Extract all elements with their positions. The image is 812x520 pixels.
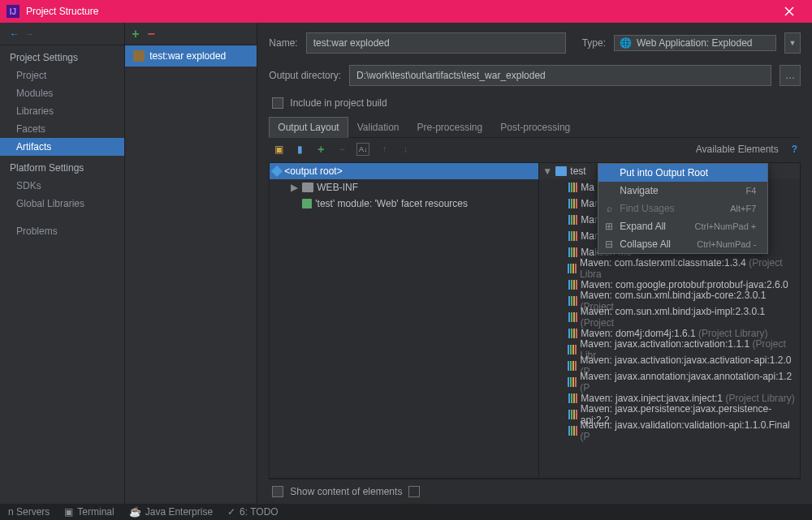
tree-row[interactable]: ▶WEB-INF (270, 179, 538, 196)
back-arrow-icon[interactable]: ← (10, 28, 19, 40)
remove-icon[interactable]: − (335, 143, 348, 156)
tab-pre-processing[interactable]: Pre-processing (408, 117, 492, 137)
titlebar: IJ Project Structure (0, 0, 812, 23)
artifact-entry-label: test:war exploded (149, 50, 226, 62)
output-root-node[interactable]: <output root> (270, 163, 538, 179)
library-icon (568, 410, 577, 419)
name-input[interactable] (306, 32, 566, 54)
library-icon (568, 199, 577, 208)
sidebar-item-libraries[interactable]: Libraries (0, 102, 124, 120)
layout-toolbar: ▣ ▮ + − A↓ ↑ ↓ Available Elements ? (269, 138, 801, 161)
library-row[interactable]: Maven: com.sun.xml.bind:jaxb-impl:2.3.0.… (539, 309, 800, 325)
status-seg[interactable]: ☕ Java Enterprise (129, 506, 213, 518)
context-menu-item[interactable]: ⊟Collapse AllCtrl+NumPad - (598, 235, 767, 253)
library-icon (568, 345, 577, 355)
tree-label: 'test' module: 'Web' facet resources (315, 198, 468, 209)
include-build-checkbox[interactable]: Include in project build (269, 97, 801, 109)
tree-label: WEB-INF (317, 182, 358, 193)
menu-label: Navigate (620, 185, 658, 196)
forward-arrow-icon[interactable]: → (24, 28, 34, 40)
library-row[interactable]: Maven: com.fasterxml:classmate:1.3.4 (Pr… (539, 260, 800, 277)
main-panel: Name: Type: 🌐 Web Application: Exploded … (257, 23, 812, 504)
library-icon (568, 264, 577, 273)
add-icon[interactable]: + (314, 143, 327, 156)
menu-shortcut: F4 (745, 186, 756, 196)
library-icon (568, 377, 577, 387)
type-dropdown-button[interactable]: ▼ (784, 32, 801, 54)
section-platform-settings: Platform Settings (0, 156, 124, 177)
library-label: Maven: javax.validation:validation-api:1… (581, 419, 797, 442)
library-row[interactable]: Maven: javax.validation:validation-api:1… (539, 423, 800, 439)
new-archive-icon[interactable]: ▮ (293, 143, 306, 156)
tab-post-processing[interactable]: Post-processing (491, 117, 579, 137)
library-label: Maven: dom4j:dom4j:1.6.1 (Project Librar… (581, 328, 767, 339)
show-content-checkbox[interactable] (272, 486, 283, 497)
library-icon (568, 329, 577, 338)
menu-shortcut: Ctrl+NumPad + (694, 221, 756, 231)
window-title: Project Structure (26, 6, 773, 17)
help-icon[interactable]: ? (792, 144, 797, 155)
status-seg[interactable]: ✓ 6: TODO (227, 506, 279, 518)
sidebar-item-global-libraries[interactable]: Global Libraries (0, 195, 124, 213)
library-label: Ma (581, 182, 594, 193)
menu-shortcut: Alt+F7 (730, 204, 756, 213)
remove-artifact-icon[interactable]: − (148, 27, 155, 41)
library-row[interactable]: Maven: javax.annotation:javax.annotation… (539, 374, 800, 390)
context-menu-item: ⌕Find UsagesAlt+F7 (598, 200, 767, 217)
name-label: Name: (269, 37, 297, 49)
down-arrow-icon[interactable]: ↓ (399, 143, 412, 156)
sidebar-item-project[interactable]: Project (0, 67, 124, 84)
new-folder-icon[interactable]: ▣ (272, 143, 285, 156)
context-menu-item[interactable]: Put into Output Root (598, 164, 767, 182)
available-elements-tree[interactable]: ▼ test MaMan-annotaMan-core:2.Man-databi… (538, 162, 801, 479)
collapse-icon: ⊟ (603, 239, 615, 250)
up-arrow-icon[interactable]: ↑ (378, 143, 391, 156)
artifact-entry[interactable]: test:war exploded (125, 45, 257, 67)
sidebar-item-modules[interactable]: Modules (0, 84, 124, 102)
menu-shortcut: Ctrl+NumPad - (697, 239, 756, 249)
section-project-settings: Project Settings (0, 45, 124, 67)
library-icon (568, 280, 577, 290)
artifact-icon (133, 50, 145, 62)
type-label: Type: (582, 37, 606, 49)
folder-icon (302, 183, 313, 192)
browse-button[interactable]: … (780, 65, 801, 86)
package-icon (302, 199, 312, 208)
chevron-icon: ▶ (289, 182, 299, 193)
library-icon (568, 426, 577, 436)
sidebar-item-artifacts[interactable]: Artifacts (0, 138, 124, 156)
close-button[interactable] (773, 0, 806, 23)
sidebar-item-problems[interactable]: Problems (0, 222, 124, 240)
menu-label: Find Usages (620, 203, 674, 214)
tab-validation[interactable]: Validation (348, 117, 408, 137)
content-type-icon[interactable] (408, 486, 420, 497)
expand-icon: ⊞ (603, 221, 615, 232)
context-menu-item[interactable]: ⊞Expand AllCtrl+NumPad + (598, 217, 767, 235)
available-elements-label: Available Elements (696, 144, 779, 155)
chevron-down-icon: ▼ (789, 39, 797, 47)
bottom-options: Show content of elements (269, 479, 801, 504)
diamond-icon (271, 165, 283, 177)
artifact-list: + − test:war exploded (125, 23, 257, 504)
library-icon (568, 215, 577, 225)
library-label: Maven: javax.annotation:javax.annotation… (580, 371, 797, 393)
sort-icon[interactable]: A↓ (356, 143, 369, 156)
library-icon (568, 361, 577, 371)
add-artifact-icon[interactable]: + (132, 27, 139, 41)
sidebar-item-sdks[interactable]: SDKs (0, 177, 124, 195)
context-menu: Put into Output RootNavigateF4⌕Find Usag… (598, 163, 768, 254)
ellipsis-icon: … (785, 70, 795, 81)
output-dir-input[interactable] (349, 65, 771, 86)
status-seg[interactable]: ▣ Terminal (64, 506, 114, 518)
library-icon (568, 247, 577, 257)
available-root-label: test (570, 165, 585, 177)
status-seg[interactable]: n Servers (8, 506, 50, 518)
output-root-label: <output root> (284, 165, 342, 177)
tree-row[interactable]: 'test' module: 'Web' facet resources (270, 196, 538, 212)
sidebar-item-facets[interactable]: Facets (0, 120, 124, 138)
output-root-tree[interactable]: <output root> ▶WEB-INF'test' module: 'We… (269, 162, 538, 479)
library-icon (568, 231, 577, 241)
library-label: Maven: javax.inject:javax.inject:1 (Proj… (581, 393, 794, 404)
context-menu-item[interactable]: NavigateF4 (598, 182, 767, 200)
tab-output-layout[interactable]: Output Layout (269, 117, 348, 138)
